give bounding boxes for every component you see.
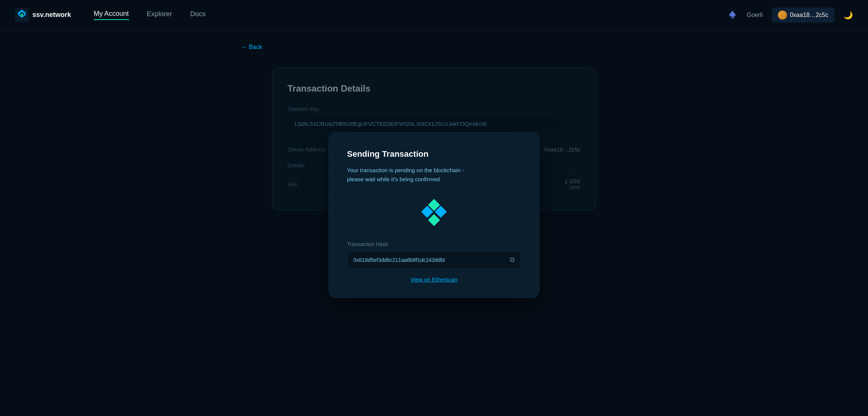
operator-key-value: LS0tLS1CRUdJTiBSU0EgUFVCTElDIEtFWS0tLS0t…	[287, 115, 581, 133]
main-content: ← Back Transaction Details Operator Key …	[0, 30, 868, 225]
modal-title: Sending Transaction	[347, 149, 428, 159]
fee-unit: /year	[564, 184, 581, 190]
network-label: Goerli	[747, 12, 763, 18]
nav-links: My Account Explorer Docs	[94, 10, 206, 20]
modal-description: Your transaction is pending on the block…	[347, 166, 464, 184]
modal-hash-text: 0x619d5ef3dd6c211aa6b8f1dc243ddbt	[353, 257, 505, 263]
modal-hash-box: 0x619d5ef3dd6c211aa6b8f1dc243ddbt ⧉	[347, 251, 521, 269]
fee-label: Fee	[287, 181, 297, 187]
logo[interactable]: ssv.network	[15, 8, 71, 22]
navbar: ssv.network My Account Explorer Docs Goe…	[0, 0, 868, 30]
details-label: Details	[287, 162, 305, 168]
wallet-address: 0xaa18…2c5c	[790, 12, 828, 18]
owner-address-value: 0xaa18…2c5c	[544, 146, 581, 153]
ssv-logo-icon	[15, 8, 29, 22]
nav-my-account[interactable]: My Account	[94, 10, 129, 20]
nav-explorer[interactable]: Explorer	[147, 10, 172, 20]
copy-icon[interactable]: ⧉	[510, 256, 515, 264]
wallet-badge[interactable]: 0xaa18…2c5c	[772, 8, 834, 23]
modal-logo	[347, 197, 521, 228]
theme-toggle[interactable]: 🌙	[844, 11, 853, 20]
etherscan-link[interactable]: View on Etherscan	[347, 276, 521, 283]
transaction-card: Transaction Details Operator Key LS0tLS1…	[272, 68, 596, 210]
fee-value: 1 SSV /year	[564, 178, 581, 190]
navbar-right: Goerli 0xaa18…2c5c 🌙	[727, 8, 853, 23]
owner-address-label: Owner Address	[287, 146, 326, 153]
back-link[interactable]: ← Back	[241, 44, 262, 50]
nav-docs[interactable]: Docs	[190, 10, 206, 20]
ethereum-icon	[727, 10, 738, 20]
sending-transaction-modal: Sending Transaction Your transaction is …	[329, 132, 539, 298]
svg-marker-10	[428, 214, 440, 226]
card-title: Transaction Details	[287, 83, 581, 94]
operator-key-label: Operator Key	[287, 106, 581, 112]
ssv-diamond-icon	[419, 197, 449, 228]
wallet-avatar	[778, 11, 787, 20]
operator-key-group: Operator Key LS0tLS1CRUdJTiBSU0EgUFVCTEl…	[287, 106, 581, 133]
logo-text: ssv.network	[32, 11, 71, 19]
modal-hash-label: Transaction Hash	[347, 241, 388, 247]
